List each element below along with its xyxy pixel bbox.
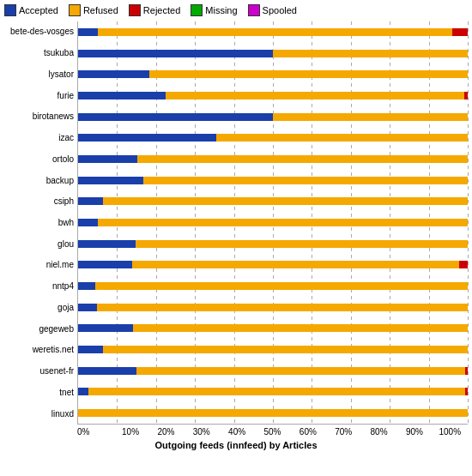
refused-segment [166, 92, 463, 99]
bar-row-nntp4: 4651211 [78, 277, 468, 295]
bar-row-tsukuba: 846846 [78, 45, 468, 63]
bar-track-bwh: 4708251 [78, 219, 468, 226]
legend-missing-label: Missing [205, 5, 237, 15]
refused-swatch [69, 4, 81, 16]
bar-row-linuxd: 48290- [78, 404, 468, 422]
bar-row-izac: 812445 [78, 129, 468, 147]
accepted-segment [78, 92, 166, 99]
refused-segment [103, 346, 468, 353]
x-axis-labels: 0%10%20%30%40%50%60%70%80%90%100% [77, 427, 468, 437]
bar-row-ortolo: 1851331 [78, 150, 468, 168]
legend-accepted: Accepted [4, 4, 58, 16]
y-label-furie: furie [4, 87, 74, 105]
refused-segment [97, 304, 468, 311]
bar-track-bete-des-vosges: 14641260 [78, 28, 468, 36]
accepted-segment [78, 50, 273, 57]
bar-row-birotanews: 463463 [78, 108, 468, 126]
bar-track-glou: 1304223 [78, 240, 468, 248]
y-label-usenet-fr: usenet-fr [4, 363, 74, 381]
accepted-segment [78, 240, 136, 248]
rejected-segment [465, 388, 468, 395]
accepted-segment [78, 282, 95, 290]
bar-row-lysator: 3136573 [78, 65, 468, 83]
refused-segment [137, 155, 468, 163]
x-label-100%: 100% [433, 427, 468, 437]
x-label-30%: 30% [184, 427, 219, 437]
chart-title: Outgoing feeds (innfeed) by Articles [4, 440, 468, 450]
bar-row-glou: 1304223 [78, 235, 468, 253]
y-label-gegeweb: gegeweb [4, 320, 74, 338]
refused-segment [136, 240, 468, 248]
rejected-segment [464, 92, 468, 99]
accepted-segment [78, 113, 273, 121]
legend-rejected: Rejected [129, 4, 180, 16]
legend-spooled: Spooled [248, 4, 297, 16]
x-label-70%: 70% [326, 427, 361, 437]
refused-segment [133, 324, 468, 332]
rejected-segment [465, 367, 468, 375]
y-label-glou: glou [4, 235, 74, 253]
accepted-segment [78, 197, 103, 205]
x-label-20%: 20% [148, 427, 184, 437]
y-axis-labels: bete-des-vosgestsukubalysatorfuriebirota… [4, 21, 77, 425]
refused-segment [149, 70, 468, 78]
x-label-40%: 40% [219, 427, 254, 437]
y-label-lysator: lysator [4, 65, 74, 83]
accepted-segment [78, 134, 216, 142]
chart-area: bete-des-vosgestsukubalysatorfuriebirota… [4, 21, 468, 425]
bar-track-furie: 2482566 [78, 92, 468, 99]
legend-rejected-label: Rejected [143, 5, 180, 15]
missing-swatch [191, 4, 203, 16]
accepted-segment [78, 367, 136, 375]
legend-missing: Missing [191, 4, 237, 16]
bar-track-linuxd: 48290- [78, 409, 468, 417]
accepted-segment [78, 346, 103, 353]
y-label-bete-des-vosges: bete-des-vosges [4, 23, 74, 41]
bar-row-niel.me: 1318221 [78, 256, 468, 274]
refused-segment [273, 113, 468, 121]
y-label-ortolo: ortolo [4, 150, 74, 168]
bar-track-tnet: 4700128 [78, 388, 468, 395]
y-label-linuxd: linuxd [4, 405, 74, 423]
refused-segment [95, 282, 468, 290]
y-label-weretis.net: weretis.net [4, 341, 74, 359]
rejected-segment [452, 28, 468, 36]
x-label-80%: 80% [361, 427, 396, 437]
accepted-segment [78, 28, 98, 36]
bar-track-weretis.net: 2967201 [78, 346, 468, 353]
bar-track-gegeweb: 1240204 [78, 324, 468, 332]
y-label-niel.me: niel.me [4, 256, 74, 274]
bars-area: 1464126084684631365732482566463463812445… [77, 21, 468, 425]
bar-track-lysator: 3136573 [78, 70, 468, 78]
legend: Accepted Refused Rejected Missing Spoole… [4, 4, 468, 16]
chart-container: Accepted Refused Rejected Missing Spoole… [0, 0, 472, 476]
bar-track-usenet-fr: 1125199 [78, 367, 468, 375]
x-label-10%: 10% [112, 427, 148, 437]
y-label-nntp4: nntp4 [4, 278, 74, 296]
accepted-segment [78, 177, 143, 184]
grid-line-100 [468, 21, 469, 424]
x-label-50%: 50% [255, 427, 290, 437]
y-label-backup: backup [4, 172, 74, 190]
y-label-birotanews: birotanews [4, 108, 74, 126]
bar-track-tsukuba: 846846 [78, 50, 468, 57]
y-label-izac: izac [4, 130, 74, 148]
bar-track-birotanews: 463463 [78, 113, 468, 121]
bar-row-backup: 1433273 [78, 172, 468, 190]
bar-row-usenet-fr: 1125199 [78, 362, 468, 380]
accepted-segment [78, 219, 98, 226]
bar-track-izac: 812445 [78, 134, 468, 142]
legend-refused-label: Refused [83, 5, 118, 15]
bars-wrapper: 1464126084684631365732482566463463812445… [78, 21, 468, 424]
refused-segment [136, 367, 465, 375]
legend-refused: Refused [69, 4, 118, 16]
bar-track-nntp4: 4651211 [78, 282, 468, 290]
bar-row-furie: 2482566 [78, 87, 468, 105]
rejected-swatch [129, 4, 141, 16]
accepted-segment [78, 324, 133, 332]
y-label-tsukuba: tsukuba [4, 45, 74, 63]
x-label-90%: 90% [396, 427, 432, 437]
refused-segment [132, 261, 459, 268]
refused-segment [273, 50, 468, 57]
accepted-swatch [4, 4, 16, 16]
